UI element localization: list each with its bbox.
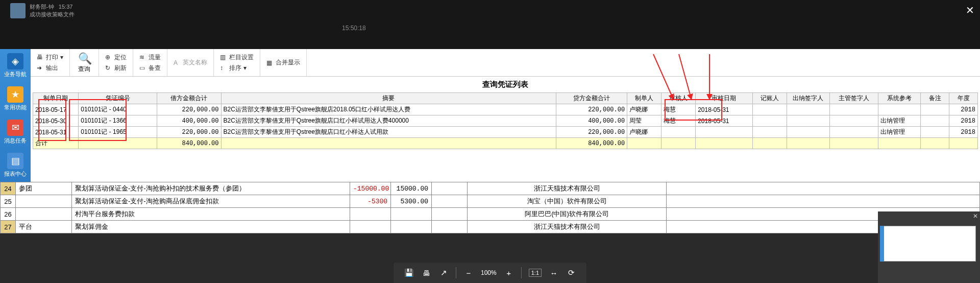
print-icon[interactable]: 🖶: [421, 268, 431, 278]
voucher-table: 制单日期 凭证编号 借方金额合计 摘要 贷方金额合计 制单人 审核人 审核日期 …: [33, 92, 978, 149]
nav-mail[interactable]: ✉消息任务: [0, 115, 31, 149]
chat-list-item[interactable]: 财务部-钟 15:37 成功接收策略文件: [10, 3, 75, 18]
table-row[interactable]: 27平台聚划算佣金浙江天猫技术有限公司: [1, 221, 980, 233]
col-debit[interactable]: 借方金额合计: [157, 93, 221, 104]
columns-icon: ▥: [220, 54, 227, 61]
zoom-out-icon[interactable]: −: [463, 268, 474, 278]
col-poster[interactable]: 记账人: [752, 93, 787, 104]
ribbon: 🖶打印 ▾ ➜输出 🔍查询 ⊕定位 ↻刷新 ≋流量 ▭备查 A英文名称 ▥栏目设…: [31, 49, 980, 77]
refresh-icon: ↻: [105, 64, 112, 72]
main-window: 🖶打印 ▾ ➜输出 🔍查询 ⊕定位 ↻刷新 ≋流量 ▭备查 A英文名称 ▥栏目设…: [31, 49, 980, 182]
col-summary[interactable]: 摘要: [221, 93, 556, 104]
left-nav: ◈业务导航 ★常用功能 ✉消息任务 ▤报表中心: [0, 49, 31, 182]
page-title: 查询凭证列表: [31, 77, 980, 92]
locate-icon: ⊕: [105, 54, 112, 61]
refresh-button[interactable]: ↻刷新: [104, 63, 128, 73]
chat-sub: 成功接收策略文件: [30, 11, 75, 18]
background-sheet: 24参团聚划算活动保证金-支付-淘抢购补扣的技术服务费（参团）-15000.00…: [0, 182, 980, 233]
rotate-icon[interactable]: ⟳: [566, 268, 576, 278]
table-header-row: 制单日期 凭证编号 借方金额合计 摘要 贷方金额合计 制单人 审核人 审核日期 …: [33, 93, 978, 104]
table-row[interactable]: 26村淘平台服务费扣款阿里巴巴(中国)软件有限公司: [1, 208, 980, 221]
print-button[interactable]: 🖶打印 ▾: [36, 53, 64, 62]
printer-icon: 🖶: [37, 54, 44, 61]
clock: 15:50:18: [342, 25, 366, 32]
zoom-level: 100%: [481, 269, 497, 276]
remark-button[interactable]: ▭备查: [138, 63, 162, 73]
col-remark[interactable]: 备注: [921, 93, 949, 104]
merge-icon: ▦: [266, 59, 274, 66]
table-row[interactable]: 25聚划算活动保证金-支付-淘抢购商品保底佣金扣款-53005300.00淘宝（…: [1, 195, 980, 208]
magnifier-icon: 🔍: [78, 52, 90, 64]
close-icon[interactable]: ✕: [964, 4, 976, 16]
mail-icon: ✉: [7, 120, 23, 136]
save-icon[interactable]: 💾: [404, 268, 414, 278]
flow-button[interactable]: ≋流量: [138, 53, 162, 62]
locate-button[interactable]: ⊕定位: [104, 53, 128, 62]
text-icon: A: [174, 59, 181, 66]
merge-button[interactable]: ▦合并显示: [265, 58, 301, 67]
thumbnail-panel: ✕: [878, 211, 980, 283]
table-row[interactable]: 2018-05-30010101记 - 1366400,000.00B2C运营部…: [33, 115, 978, 127]
sort-icon: ↕: [220, 64, 227, 72]
table-row[interactable]: 2018-05-31010101记 - 1965220,000.00B2C运营部…: [33, 127, 978, 138]
col-maker[interactable]: 制单人: [627, 93, 662, 104]
share-icon[interactable]: ↗: [438, 268, 449, 278]
thumbnail-nav: [880, 226, 884, 262]
nav-star[interactable]: ★常用功能: [0, 82, 31, 115]
export-button[interactable]: ➜输出: [36, 63, 64, 73]
nav-report[interactable]: ▤报表中心: [0, 149, 31, 182]
avatar: [10, 3, 26, 18]
col-cashier[interactable]: 出纳签字人: [787, 93, 829, 104]
col-rdate[interactable]: 审核日期: [696, 93, 753, 104]
col-supervisor[interactable]: 主管签字人: [829, 93, 878, 104]
col-year[interactable]: 年度: [949, 93, 978, 104]
col-sysref[interactable]: 系统参考: [878, 93, 921, 104]
export-icon: ➜: [37, 64, 44, 72]
table-row[interactable]: 2018-05-17010101记 - 0440220,000.00B2C运营部…: [33, 104, 978, 115]
sort-button[interactable]: ↕排序 ▾: [219, 63, 255, 73]
compass-icon: ◈: [7, 53, 23, 69]
col-credit[interactable]: 贷方金额合计: [556, 93, 627, 104]
table-row[interactable]: 24参团聚划算活动保证金-支付-淘抢购补扣的技术服务费（参团）-15000.00…: [1, 182, 980, 195]
thumbnail[interactable]: [880, 226, 976, 262]
zoom-in-icon[interactable]: +: [504, 268, 514, 278]
report-icon: ▤: [7, 153, 23, 169]
col-reviewer[interactable]: 审核人: [662, 93, 696, 104]
total-row: 合计840,000.00840,000.00: [33, 138, 978, 149]
chat-time: 15:37: [59, 4, 73, 10]
close-icon[interactable]: ✕: [973, 213, 978, 220]
col-date[interactable]: 制单日期: [33, 93, 79, 104]
query-button[interactable]: 🔍查询: [75, 51, 93, 75]
fit-width-icon[interactable]: ↔: [549, 268, 559, 278]
pdf-toolbar: 💾 🖶 ↗ − 100% + 1:1 ↔ ⟳: [394, 263, 586, 283]
col-vno[interactable]: 凭证编号: [79, 93, 157, 104]
flow-icon: ≋: [139, 54, 146, 61]
star-icon: ★: [7, 86, 23, 103]
colset-button[interactable]: ▥栏目设置: [219, 53, 255, 62]
chat-name: 财务部-钟: [30, 4, 54, 10]
nav-compass[interactable]: ◈业务导航: [0, 49, 31, 82]
english-button[interactable]: A英文名称: [173, 58, 208, 67]
fit-label[interactable]: 1:1: [529, 269, 542, 277]
note-icon: ▭: [139, 64, 146, 72]
